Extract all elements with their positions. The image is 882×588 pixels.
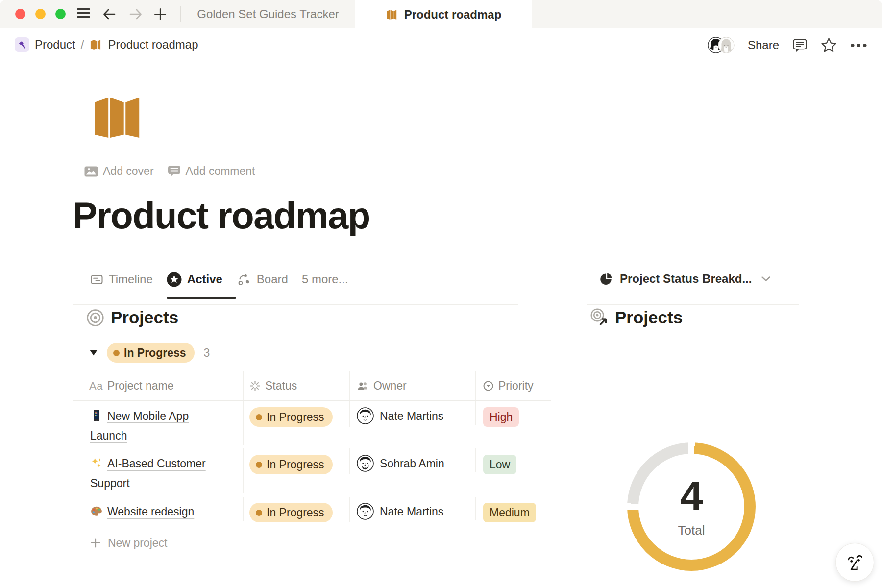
favorite-star-icon[interactable]	[821, 37, 837, 53]
breadcrumb-item-page[interactable]: Product roadmap	[108, 38, 198, 51]
right-view-selector[interactable]: Project Status Breakd...	[600, 269, 770, 289]
browser-tab-inactive[interactable]: Golden Set Guides Tracker	[181, 0, 355, 28]
image-icon	[84, 166, 98, 177]
tab-label: Golden Set Guides Tracker	[197, 7, 339, 21]
column-header-name[interactable]: Aa Project name	[74, 371, 244, 400]
share-button[interactable]: Share	[748, 38, 779, 52]
view-tab-label: 5 more...	[302, 272, 348, 286]
timeline-icon	[90, 273, 103, 286]
view-tab-more[interactable]: 5 more...	[302, 272, 348, 286]
status-label: In Progress	[267, 506, 324, 519]
group-status-badge[interactable]: In Progress	[107, 343, 195, 363]
add-cover-button[interactable]: Add cover	[84, 165, 154, 178]
new-tab-icon[interactable]	[154, 8, 167, 21]
priority-badge[interactable]: Low	[483, 455, 516, 474]
view-tab-board[interactable]: Board	[236, 272, 288, 287]
status-dot	[256, 414, 262, 420]
status-badge[interactable]: In Progress	[249, 455, 333, 474]
ai-face-icon	[844, 551, 866, 574]
board-icon	[236, 272, 251, 287]
close-window-button[interactable]	[15, 9, 25, 19]
view-tab-timeline[interactable]: Timeline	[90, 272, 153, 286]
owner-cell[interactable]: Nate Martins	[350, 497, 476, 520]
group-count: 3	[204, 346, 210, 360]
page-icon-map[interactable]	[88, 95, 148, 141]
star-circle-icon	[167, 272, 182, 287]
header-actions: Share	[708, 35, 867, 55]
group-row-in-progress: In Progress 3	[90, 343, 210, 363]
breadcrumb: Product / Product roadmap	[15, 37, 198, 52]
owner-name: Nate Martins	[380, 407, 443, 425]
divider	[587, 304, 799, 305]
comments-icon[interactable]	[792, 38, 808, 52]
new-project-button[interactable]: New project	[74, 528, 551, 558]
forward-arrow-icon[interactable]	[128, 7, 143, 21]
priority-badge[interactable]: High	[483, 407, 519, 427]
linked-target-arrow-icon	[589, 308, 609, 327]
right-view-label: Project Status Breakd...	[620, 272, 752, 286]
column-header-status[interactable]: Status	[244, 371, 350, 400]
projects-heading-right: Projects	[589, 308, 683, 327]
browser-tab-active[interactable]: Product roadmap	[355, 0, 532, 29]
minimize-window-button[interactable]	[35, 9, 46, 19]
notion-window: Golden Set Guides Tracker Product roadma…	[0, 0, 882, 588]
viewer-avatars[interactable]	[708, 37, 735, 53]
view-tab-active[interactable]: Active	[167, 272, 222, 287]
add-comment-button[interactable]: Add comment	[168, 165, 255, 178]
map-icon	[386, 8, 398, 21]
divider	[74, 304, 518, 305]
sidebar-toggle-icon[interactable]	[76, 7, 91, 19]
back-arrow-icon[interactable]	[102, 7, 117, 21]
table-row: AI-Based Customer Support In Progress So…	[74, 448, 551, 497]
page-title[interactable]: Product roadmap	[73, 194, 370, 237]
status-badge[interactable]: In Progress	[249, 407, 333, 427]
status-label: In Progress	[267, 411, 324, 424]
comment-icon	[168, 165, 181, 177]
page-meta-actions: Add cover Add comment	[84, 165, 255, 178]
target-icon	[86, 309, 104, 327]
status-spinner-icon	[249, 380, 261, 392]
status-label: In Progress	[267, 458, 324, 471]
project-name-link[interactable]: New Mobile App Launch	[90, 410, 189, 442]
priority-icon	[483, 380, 494, 392]
section-title[interactable]: Projects	[111, 308, 178, 327]
window-topbar: Golden Set Guides Tracker Product roadma…	[0, 0, 882, 28]
teamspace-icon[interactable]	[15, 37, 29, 52]
avatar	[718, 37, 735, 53]
projects-table: Aa Project name Status Owner Priority Ne…	[74, 371, 551, 586]
status-badge[interactable]: In Progress	[249, 503, 333, 522]
breadcrumb-item-product[interactable]: Product	[35, 38, 75, 51]
breadcrumb-separator: /	[81, 38, 84, 51]
people-icon	[357, 381, 369, 392]
collapse-triangle-icon[interactable]	[90, 350, 98, 356]
project-name-link[interactable]: AI-Based Customer Support	[90, 457, 206, 490]
total-value: 4	[680, 475, 703, 516]
active-tab-underline	[167, 297, 236, 299]
add-cover-label: Add cover	[103, 165, 154, 178]
view-tab-label: Board	[257, 272, 288, 286]
owner-cell[interactable]: Nate Martins	[350, 401, 476, 425]
view-tab-label: Timeline	[109, 272, 153, 286]
section-title[interactable]: Projects	[615, 308, 683, 327]
zoom-window-button[interactable]	[55, 9, 66, 19]
column-label: Status	[265, 379, 297, 392]
owner-cell[interactable]: Sohrab Amin	[350, 448, 476, 472]
total-label: Total	[678, 523, 705, 538]
owner-name: Sohrab Amin	[380, 455, 444, 472]
project-name-link[interactable]: Website redesign	[107, 505, 194, 518]
column-header-owner[interactable]: Owner	[350, 371, 476, 400]
status-dot	[113, 350, 120, 356]
notion-ai-button[interactable]	[835, 543, 874, 582]
sparkles-emoji	[90, 456, 103, 468]
owner-name: Nate Martins	[380, 503, 443, 520]
projects-heading-left: Projects	[86, 308, 178, 327]
text-type-icon: Aa	[89, 380, 103, 392]
tab-label: Product roadmap	[404, 8, 502, 22]
more-options-icon[interactable]	[850, 43, 867, 48]
chevron-down-icon	[761, 276, 770, 282]
column-label: Priority	[498, 379, 534, 392]
column-header-priority[interactable]: Priority	[476, 371, 551, 400]
view-tab-label: Active	[187, 272, 222, 286]
priority-badge[interactable]: Medium	[483, 503, 536, 522]
new-project-label: New project	[108, 537, 167, 550]
